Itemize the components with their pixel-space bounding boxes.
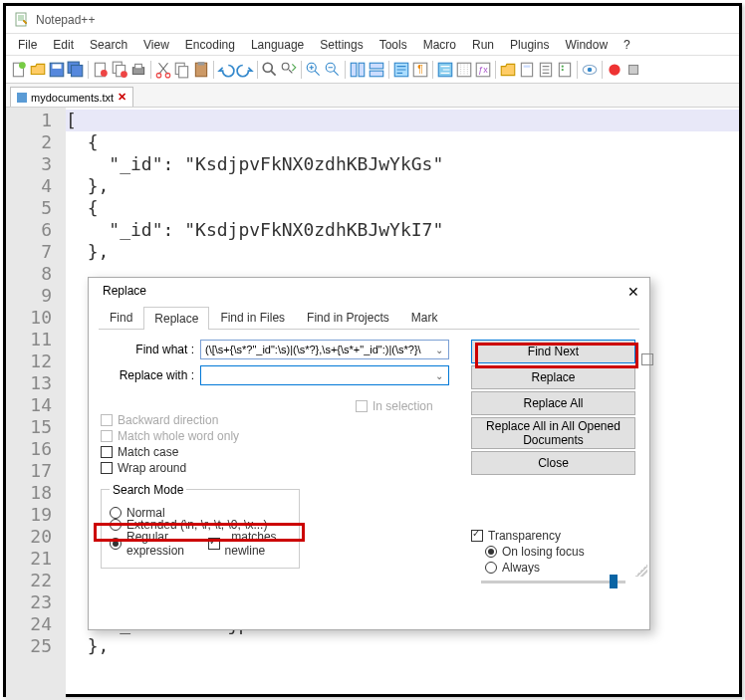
svg-rect-26 bbox=[370, 63, 383, 69]
svg-rect-17 bbox=[179, 66, 188, 77]
dialog-title: Replace bbox=[103, 284, 146, 300]
menu-plugins[interactable]: Plugins bbox=[502, 36, 557, 53]
titlebar: Notepad++ bbox=[6, 6, 739, 34]
svg-rect-27 bbox=[370, 71, 383, 77]
svg-text:ƒx: ƒx bbox=[478, 65, 488, 75]
monitor-icon[interactable] bbox=[581, 61, 599, 79]
mode-regex[interactable]: Regular expression . matches newline bbox=[110, 530, 291, 558]
menu-view[interactable]: View bbox=[135, 36, 177, 53]
extra-checkbox[interactable] bbox=[641, 353, 653, 365]
replace-all-button[interactable]: Replace All bbox=[471, 391, 635, 415]
svg-rect-19 bbox=[198, 62, 205, 65]
svg-point-20 bbox=[263, 63, 272, 72]
svg-point-43 bbox=[609, 64, 620, 75]
copy-icon[interactable] bbox=[173, 61, 191, 79]
menu-language[interactable]: Language bbox=[243, 36, 312, 53]
tab-find[interactable]: Find bbox=[99, 306, 143, 329]
menu-window[interactable]: Window bbox=[557, 36, 616, 53]
file-tab-name: mydocuments.txt bbox=[31, 92, 114, 104]
zoom-in-icon[interactable] bbox=[305, 61, 323, 79]
file-tab[interactable]: mydocuments.txt ✕ bbox=[10, 87, 133, 107]
menu-search[interactable]: Search bbox=[82, 36, 135, 53]
replace-button[interactable]: Replace bbox=[471, 365, 635, 389]
svg-point-39 bbox=[562, 65, 564, 67]
tab-find-in-projects[interactable]: Find in Projects bbox=[296, 306, 400, 329]
tabbar: mydocuments.txt ✕ bbox=[6, 84, 739, 108]
transparency-group: Transparency On losing focus Always bbox=[471, 529, 635, 589]
cut-icon[interactable] bbox=[154, 61, 172, 79]
replace-all-docs-button[interactable]: Replace All in All Opened Documents bbox=[471, 417, 635, 449]
guide-icon[interactable] bbox=[455, 61, 473, 79]
stop-icon[interactable] bbox=[624, 61, 642, 79]
dropdown-icon[interactable]: ⌄ bbox=[435, 345, 443, 355]
doc-list-icon[interactable] bbox=[537, 61, 555, 79]
menu-settings[interactable]: Settings bbox=[312, 36, 371, 53]
new-icon[interactable] bbox=[10, 61, 28, 79]
search-mode-group: Search Mode Normal Extended (\n, \r, \t,… bbox=[101, 489, 300, 569]
resize-grip-icon[interactable] bbox=[635, 565, 647, 577]
print-icon[interactable] bbox=[129, 61, 147, 79]
svg-rect-13 bbox=[135, 64, 142, 69]
tab-mark[interactable]: Mark bbox=[400, 306, 449, 329]
dropdown-icon[interactable]: ⌄ bbox=[435, 370, 443, 381]
menu-macro[interactable]: Macro bbox=[415, 36, 464, 53]
wrap-icon[interactable] bbox=[392, 61, 410, 79]
svg-rect-0 bbox=[16, 13, 26, 26]
menu-help[interactable]: ? bbox=[616, 36, 638, 53]
folder-icon[interactable] bbox=[499, 61, 517, 79]
lang-icon[interactable]: ƒx bbox=[474, 61, 492, 79]
svg-rect-36 bbox=[524, 65, 531, 67]
svg-rect-6 bbox=[72, 65, 83, 76]
replace-dialog: Replace ✕ Find Replace Find in Files Fin… bbox=[88, 277, 650, 630]
tab-close-icon[interactable]: ✕ bbox=[118, 91, 126, 104]
save-icon[interactable] bbox=[48, 61, 66, 79]
app-icon bbox=[14, 12, 30, 28]
close-all-icon[interactable] bbox=[111, 61, 128, 79]
menu-edit[interactable]: Edit bbox=[45, 36, 82, 53]
svg-text:¶: ¶ bbox=[417, 64, 422, 75]
find-next-button[interactable]: Find Next bbox=[471, 340, 635, 363]
menu-run[interactable]: Run bbox=[464, 36, 502, 53]
svg-point-21 bbox=[282, 63, 289, 70]
replace-with-input[interactable] bbox=[200, 365, 449, 385]
svg-rect-4 bbox=[53, 64, 62, 69]
find-what-input[interactable] bbox=[200, 340, 449, 359]
transparency-slider[interactable] bbox=[481, 581, 625, 583]
record-icon[interactable] bbox=[606, 61, 623, 79]
doc-map-icon[interactable] bbox=[518, 61, 536, 79]
redo-icon[interactable] bbox=[236, 61, 254, 79]
in-selection-option: In selection bbox=[356, 399, 433, 413]
menu-tools[interactable]: Tools bbox=[372, 36, 415, 53]
menu-encoding[interactable]: Encoding bbox=[177, 36, 243, 53]
on-losing-focus[interactable]: On losing focus bbox=[485, 545, 635, 559]
tab-find-in-files[interactable]: Find in Files bbox=[209, 306, 296, 329]
file-tab-icon bbox=[17, 93, 27, 103]
find-icon[interactable] bbox=[261, 61, 279, 79]
tab-replace[interactable]: Replace bbox=[143, 307, 209, 330]
replace-icon[interactable] bbox=[280, 61, 298, 79]
matches-newline-check[interactable] bbox=[208, 538, 220, 550]
paste-icon[interactable] bbox=[192, 61, 210, 79]
save-all-icon[interactable] bbox=[67, 61, 85, 79]
transparency-check[interactable]: Transparency bbox=[471, 529, 635, 543]
sync-h-icon[interactable] bbox=[368, 61, 385, 79]
indent-icon[interactable] bbox=[436, 61, 454, 79]
show-all-icon[interactable]: ¶ bbox=[411, 61, 429, 79]
toolbar: ¶ ƒx bbox=[6, 56, 739, 84]
menu-file[interactable]: File bbox=[10, 36, 45, 53]
func-list-icon[interactable] bbox=[556, 61, 574, 79]
sync-v-icon[interactable] bbox=[349, 61, 367, 79]
app-title: Notepad++ bbox=[36, 13, 95, 27]
zoom-out-icon[interactable] bbox=[324, 61, 342, 79]
open-icon[interactable] bbox=[29, 61, 47, 79]
close-icon[interactable] bbox=[92, 61, 110, 79]
editor[interactable]: 1234567891011121314151617181920212223242… bbox=[6, 108, 739, 700]
always[interactable]: Always bbox=[485, 561, 635, 575]
undo-icon[interactable] bbox=[217, 61, 235, 79]
svg-rect-24 bbox=[351, 63, 357, 77]
dialog-close-icon[interactable]: ✕ bbox=[627, 284, 639, 300]
replace-with-label: Replace with : bbox=[101, 368, 200, 382]
find-what-label: Find what : bbox=[101, 343, 200, 356]
close-button[interactable]: Close bbox=[471, 451, 635, 475]
svg-point-42 bbox=[588, 67, 593, 72]
